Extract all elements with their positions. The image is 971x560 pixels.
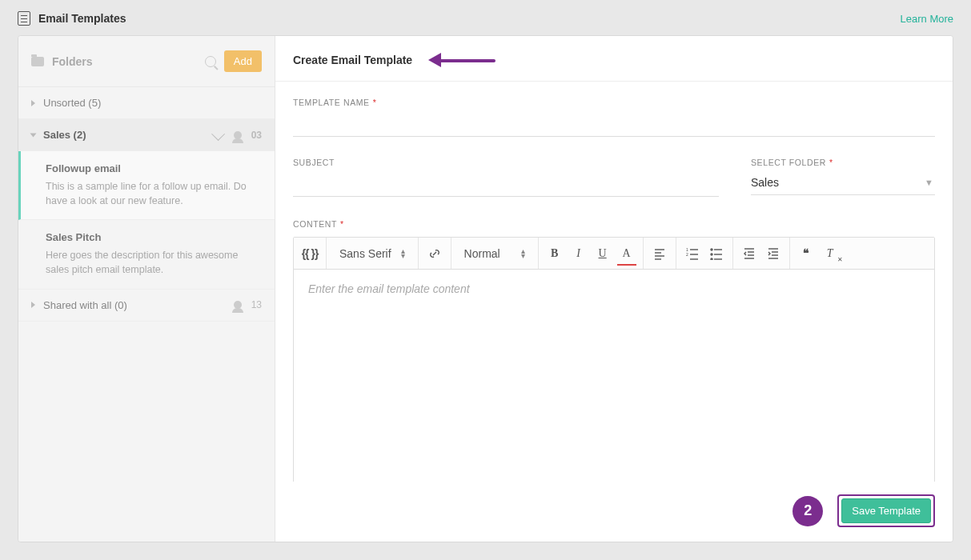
ordered-list-button[interactable]: 12 [683,243,702,264]
align-left-button[interactable] [650,243,669,264]
underline-button[interactable]: U [593,243,612,264]
folder-label: Unsorted (5) [43,97,101,109]
svg-point-9 [711,249,712,250]
folder-count: 13 [251,299,262,310]
select-folder-label: Select Folder* [751,158,935,167]
folder-count: 03 [251,130,262,141]
sidebar: Folders Add Unsorted (5) Sales (2) 03 [18,36,275,542]
template-name-label: Template Name* [293,98,935,107]
editor-content-area[interactable]: Enter the email template content [294,270,934,482]
sidebar-item-unsorted[interactable]: Unsorted (5) [18,87,275,119]
folders-title: Folders [52,55,93,68]
unordered-list-button[interactable] [707,243,726,264]
sort-arrows-icon: ▴▾ [521,249,525,258]
template-name-input[interactable] [293,112,935,137]
main-content: Create Email Template Template Name* Sub… [275,36,953,542]
svg-text:2: 2 [686,252,688,257]
person-icon [234,131,242,139]
svg-point-11 [711,258,712,260]
content-label: Content* [293,219,935,229]
subject-label: Subject [293,158,719,167]
page-title: Email Templates [38,12,126,25]
insert-link-button[interactable] [425,243,444,264]
learn-more-link[interactable]: Learn More [901,13,953,25]
template-name: Sales Pitch [46,231,260,243]
italic-button[interactable]: I [569,243,588,264]
document-icon [18,11,30,26]
unordered-list-icon [710,247,723,260]
annotation-arrow [431,54,496,66]
sidebar-item-sales[interactable]: Sales (2) 03 [18,119,275,151]
indent-icon [767,247,780,260]
ordered-list-icon: 12 [686,247,699,260]
template-name: Followup email [46,162,260,174]
folder-selected-value: Sales [751,172,935,195]
edit-icon[interactable] [211,127,225,141]
merge-fields-button[interactable]: {{ }} [300,243,319,264]
search-icon[interactable] [205,56,216,67]
sidebar-item-shared[interactable]: Shared with all (0) 13 [18,290,275,322]
add-folder-button[interactable]: Add [224,50,262,72]
folder-select[interactable]: Sales ▼ [751,172,935,195]
clear-format-button[interactable]: T✕ [821,243,840,264]
folder-label: Shared with all (0) [43,299,127,311]
font-family-select[interactable]: Sans Serif ▴▾ [333,247,411,260]
font-size-select[interactable]: Normal ▴▾ [458,247,532,260]
link-icon [428,247,441,260]
sort-arrows-icon: ▴▾ [401,249,405,258]
form-heading: Create Email Template [293,54,412,66]
caret-icon [31,302,35,308]
chevron-down-icon: ▼ [925,178,933,187]
indent-button[interactable] [764,243,783,264]
svg-point-10 [711,254,712,255]
folders-header: Folders Add [18,36,275,87]
align-left-icon [653,247,666,260]
folder-icon [31,57,44,66]
template-desc: Here goes the description for this aweso… [46,248,260,277]
bold-button[interactable]: B [545,243,564,264]
template-item-followup[interactable]: Followup email This is a sample line for… [18,151,275,220]
person-icon [234,301,242,309]
blockquote-button[interactable]: ❝ [796,243,816,264]
subject-input[interactable] [293,172,719,197]
caret-down-icon [30,133,37,137]
template-item-salespitch[interactable]: Sales Pitch Here goes the description fo… [18,220,275,289]
main-panel: Folders Add Unsorted (5) Sales (2) 03 [18,35,953,542]
step-badge: 2 [792,496,823,526]
outdent-button[interactable] [740,243,759,264]
editor-placeholder: Enter the email template content [308,282,470,295]
save-highlight-frame: Save Template [837,494,935,527]
template-desc: This is a sample line for a follow up em… [46,179,260,208]
rich-text-editor: {{ }} Sans Serif ▴▾ [293,237,935,482]
save-template-button[interactable]: Save Template [841,498,931,523]
text-color-button[interactable]: A [617,243,636,264]
caret-icon [31,100,35,106]
outdent-icon [743,247,756,260]
editor-toolbar: {{ }} Sans Serif ▴▾ [294,238,934,270]
folder-label: Sales (2) [43,129,86,141]
